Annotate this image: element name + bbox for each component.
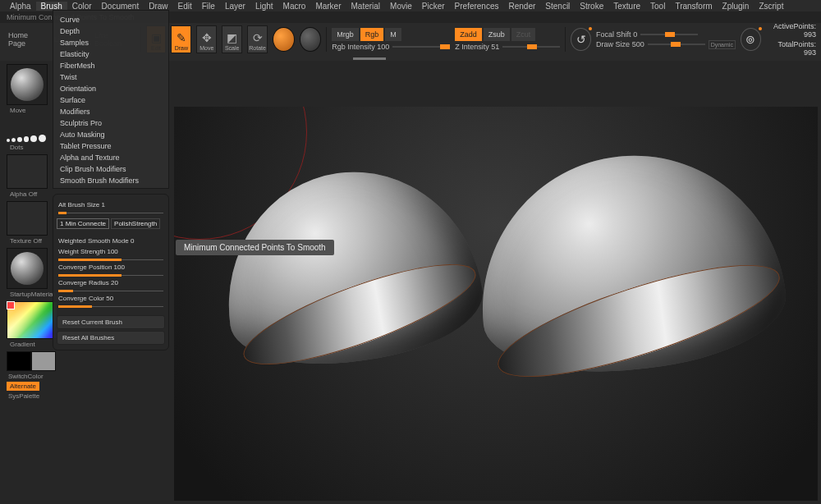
menu-macro[interactable]: Macro (278, 2, 311, 11)
menu-movie[interactable]: Movie (385, 2, 417, 11)
m-button[interactable]: M (385, 28, 401, 41)
menu-alpha[interactable]: Alpha (5, 2, 36, 11)
menu-tool[interactable]: Tool (645, 2, 670, 11)
menu-color[interactable]: Color (67, 2, 97, 11)
rotate-icon: ⟳ (253, 32, 263, 44)
alternate-button[interactable]: Alternate (7, 382, 39, 391)
draw-size-slider[interactable]: Draw Size 500 Dynamic (596, 40, 736, 49)
draw-icon: ✎ (177, 32, 186, 44)
total-points: TotalPoints: 993 (766, 40, 816, 57)
brush-menu-item-twist[interactable]: Twist (53, 71, 168, 83)
color-picker[interactable] (7, 301, 57, 339)
syspalette-button[interactable]: SysPalette (8, 392, 164, 400)
min-connected-input[interactable]: 1 Min Connecte (57, 218, 109, 229)
rgb-button[interactable]: Rgb (360, 28, 384, 41)
menu-edit[interactable]: Edit (173, 2, 197, 11)
menu-layer[interactable]: Layer (220, 2, 250, 11)
polycount: ActivePoints: 993 TotalPoints: 993 (766, 22, 816, 57)
reset-all-brushes-button[interactable]: Reset All Brushes (57, 331, 165, 345)
menu-stroke[interactable]: Stroke (575, 2, 608, 11)
menu-preferences[interactable]: Preferences (450, 2, 504, 11)
menu-transform[interactable]: Transform (670, 2, 717, 11)
reset-current-brush-button[interactable]: Reset Current Brush (57, 315, 165, 329)
mesh-dome-right[interactable] (478, 156, 782, 369)
menu-picker[interactable]: Picker (417, 2, 450, 11)
menu-document[interactable]: Document (97, 2, 144, 11)
rgb-intensity-slider[interactable]: Rgb Intensity 100 (332, 43, 450, 51)
brush-menu-item-sculptris-pro[interactable]: Sculptris Pro (53, 117, 168, 129)
brush-menu-item-modifiers[interactable]: Modifiers (53, 106, 168, 117)
brush-thumbnail[interactable] (7, 64, 48, 105)
scale-mode-button[interactable]: ◩Scale (222, 25, 242, 53)
brush-menu-item-orientation[interactable]: Orientation (53, 83, 168, 94)
dynamic-toggle[interactable]: Dynamic (709, 40, 736, 49)
focal-shift-slider[interactable]: Focal Shift 0 (596, 30, 736, 39)
home-page-link[interactable]: Home Page (5, 31, 46, 48)
zcut-button[interactable]: Zcut (511, 28, 536, 41)
swatch-main[interactable] (7, 351, 31, 371)
menu-brush[interactable]: Brush (36, 2, 67, 11)
stroke-thumbnail[interactable] (7, 119, 46, 142)
menu-draw[interactable]: Draw (144, 2, 172, 11)
active-points: ActivePoints: 993 (766, 22, 816, 39)
viewport[interactable] (174, 107, 818, 501)
menu-zplugin[interactable]: Zplugin (718, 2, 754, 11)
menu-file[interactable]: File (197, 2, 220, 11)
brush-menu-item-alpha-and-texture[interactable]: Alpha and Texture (53, 152, 168, 163)
weight-strength-slider[interactable]: Weight Strength 100 (57, 246, 165, 257)
menu-marker[interactable]: Marker (310, 2, 346, 11)
z-intensity-slider[interactable]: Z Intensity 51 (455, 43, 560, 51)
brush-menu: CurveDepthSamplesElasticityFiberMeshTwis… (53, 10, 169, 189)
move-icon: ✥ (202, 32, 212, 44)
brush-menu-item-depth[interactable]: Depth (53, 25, 168, 37)
menu-material[interactable]: Material (346, 2, 386, 11)
swatch-secondary[interactable] (31, 351, 56, 371)
draw-mode-button[interactable]: ✎Draw (171, 25, 191, 53)
menu-light[interactable]: Light (250, 2, 278, 11)
zadd-button[interactable]: Zadd (455, 28, 482, 41)
rotate-mode-button[interactable]: ⟳Rotate (247, 25, 268, 53)
brush-menu-item-auto-masking[interactable]: Auto Masking (53, 129, 168, 140)
tooltip: Minimum Connected Points To Smooth (176, 240, 334, 255)
scale-icon: ◩ (227, 32, 237, 44)
zsub-button[interactable]: Zsub (484, 28, 510, 41)
menu-texture[interactable]: Texture (608, 2, 645, 11)
brush-menu-item-fibermesh[interactable]: FiberMesh (53, 60, 168, 71)
converge-color-slider[interactable]: Converge Color 50 (57, 293, 165, 304)
brush-menu-item-surface[interactable]: Surface (53, 94, 168, 106)
converge-position-slider[interactable]: Converge Position 100 (57, 262, 165, 273)
material-thumbnail[interactable] (7, 248, 48, 289)
menu-zscript[interactable]: Zscript (754, 2, 788, 11)
stroke-gyro[interactable]: ↺ (571, 28, 591, 51)
divider (565, 27, 566, 52)
brush-menu-item-curve[interactable]: Curve (53, 14, 168, 25)
alpha-thumbnail[interactable] (7, 154, 48, 189)
gizmo-button[interactable] (273, 27, 295, 52)
switch-color-button[interactable]: SwitchColor (8, 373, 164, 380)
move-mode-button[interactable]: ✥Move (196, 25, 217, 53)
converge-radius-slider[interactable]: Converge Radius 20 (57, 277, 165, 288)
menu-stencil[interactable]: Stencil (540, 2, 575, 11)
brush-menu-item-tablet-pressure[interactable]: Tablet Pressure (53, 140, 168, 152)
menu-render[interactable]: Render (504, 2, 541, 11)
brush-menu-item-smooth-brush-modifiers[interactable]: Smooth Brush Modifiers (53, 175, 168, 186)
brush-menu-item-samples[interactable]: Samples (53, 37, 168, 48)
weighted-smooth-mode-slider[interactable]: Weighted Smooth Mode 0 (57, 236, 165, 246)
smooth-brush-modifiers-panel: Alt Brush Size 1 1 Min Connecte PolishSt… (53, 194, 169, 351)
mesh-dome-left[interactable] (223, 172, 478, 361)
mrgb-button[interactable]: Mrgb (332, 28, 359, 41)
brush-menu-item-clip-brush-modifiers[interactable]: Clip Brush Modifiers (53, 163, 168, 175)
alt-brush-size-slider[interactable]: Alt Brush Size 1 (57, 199, 165, 210)
polish-strength-input[interactable]: PolishStrength (111, 218, 160, 229)
divider (326, 27, 327, 52)
frame-button[interactable] (300, 27, 322, 52)
brush-menu-item-elasticity[interactable]: Elasticity (53, 48, 168, 60)
texture-thumbnail[interactable] (7, 201, 48, 236)
size-gyro[interactable]: ⊚ (741, 28, 761, 51)
